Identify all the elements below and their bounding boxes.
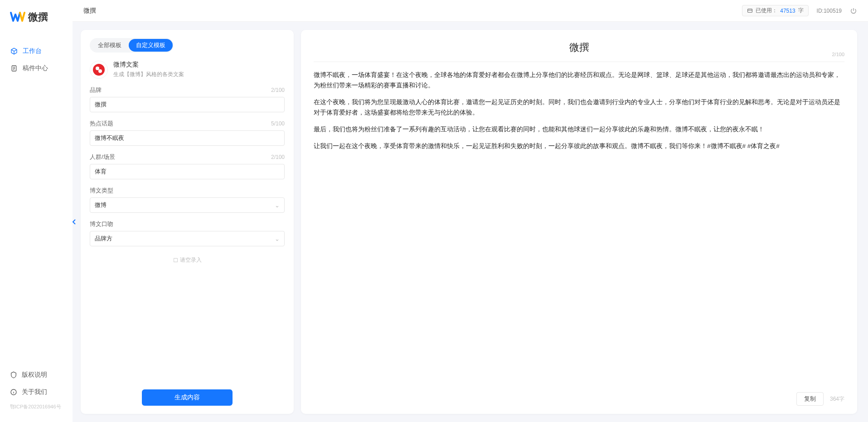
svg-rect-3 — [748, 10, 752, 10]
template-header: 微博文案 生成【微博】风格的各类文案 — [90, 61, 285, 79]
generate-button[interactable]: 生成内容 — [142, 389, 233, 406]
sidebar-item-label: 版权说明 — [22, 371, 47, 379]
field-label: 人群/场景 — [90, 153, 115, 161]
field-label: 品牌 — [90, 86, 102, 94]
output-footer: 复制 364字 — [796, 392, 844, 406]
logo-text: 微撰 — [28, 10, 48, 24]
tab-all-templates[interactable]: 全部模板 — [91, 39, 129, 52]
tone-select[interactable]: 品牌方 ⌄ — [90, 231, 285, 246]
topbar: 微撰 已使用： 47513 字 ID:100519 — [73, 0, 868, 22]
output-paragraph: 在这个夜晚，我们将为您呈现最激动人心的体育比赛，邀请您一起见证历史的时刻。同时，… — [314, 97, 844, 118]
usage-count: 47513 — [780, 8, 795, 14]
output-paragraph: 微博不眠夜，一场体育盛宴！在这个夜晚，全球各地的体育爱好者都会在微博上分享他们的… — [314, 70, 844, 91]
field-label: 热点话题 — [90, 120, 113, 128]
output-header: 微撰 2/100 — [314, 41, 844, 54]
template-subtitle: 生成【微博】风格的各类文案 — [113, 71, 184, 78]
divider — [314, 62, 844, 62]
char-counter: 2/100 — [271, 154, 285, 160]
field-scene: 人群/场景 2/100 — [90, 153, 285, 179]
sidebar-item-label: 关于我们 — [22, 388, 47, 396]
card-icon — [747, 8, 753, 14]
shield-icon — [10, 371, 17, 379]
chevron-down-icon: ⌄ — [275, 202, 280, 209]
sidebar-bottom: 版权说明 关于我们 鄂ICP备2022016946号 — [0, 366, 73, 417]
output-paragraph: 最后，我们也将为粉丝们准备了一系列有趣的互动活动，让您在观看比赛的同时，也能和其… — [314, 125, 844, 135]
template-tabs: 全部模板 自定义模板 — [90, 38, 174, 53]
field-tone: 博文口吻 品牌方 ⌄ — [90, 220, 285, 246]
chevron-down-icon: ⌄ — [275, 235, 280, 242]
cube-icon — [10, 47, 18, 55]
output-paragraph: 让我们一起在这个夜晚，享受体育带来的激情和快乐，一起见证胜利和失败的时刻，一起分… — [314, 141, 844, 152]
weibo-icon — [90, 61, 108, 79]
user-id: ID:100519 — [817, 8, 842, 14]
template-title: 微博文案 — [113, 61, 184, 69]
logo: 微撰 — [0, 5, 73, 34]
empty-hint: ☐ 请空录入 — [90, 254, 285, 266]
power-icon[interactable] — [850, 7, 857, 14]
sidebar-item-about[interactable]: 关于我们 — [0, 384, 73, 401]
output-title: 微撰 — [314, 41, 844, 54]
topbar-right: 已使用： 47513 字 ID:100519 — [742, 5, 857, 16]
sidebar-item-label: 工作台 — [23, 47, 42, 55]
post-type-select[interactable]: 微博 ⌄ — [90, 197, 285, 213]
svg-rect-2 — [748, 9, 752, 13]
copy-button[interactable]: 复制 — [796, 392, 824, 406]
field-post-type: 博文类型 微博 ⌄ — [90, 187, 285, 213]
sidebar-item-label: 稿件中心 — [23, 64, 48, 72]
empty-icon: ☐ — [173, 257, 178, 264]
output-body: 微博不眠夜，一场体育盛宴！在这个夜晚，全球各地的体育爱好者都会在微博上分享他们的… — [314, 70, 844, 158]
page-title: 微撰 — [83, 7, 96, 15]
document-icon — [10, 64, 18, 72]
field-hot-topic: 热点话题 5/100 — [90, 120, 285, 146]
collapse-handle[interactable] — [72, 216, 77, 227]
output-char-count: 364字 — [830, 395, 844, 403]
sidebar-item-drafts[interactable]: 稿件中心 — [0, 60, 73, 77]
sidebar-item-workspace[interactable]: 工作台 — [0, 43, 73, 60]
logo-icon — [9, 9, 25, 25]
icp-text: 鄂ICP备2022016946号 — [0, 401, 73, 413]
output-counter: 2/100 — [832, 52, 844, 57]
brand-input[interactable] — [90, 97, 285, 112]
usage-suffix: 字 — [798, 7, 804, 14]
usage-prefix: 已使用： — [756, 7, 777, 14]
field-label: 博文类型 — [90, 187, 113, 195]
field-label: 博文口吻 — [90, 220, 113, 228]
content: 全部模板 自定义模板 微博文案 生成【微博】风格的各类文案 品牌 2/100 — [73, 22, 868, 422]
select-value: 微博 — [95, 201, 107, 209]
char-counter: 2/100 — [271, 87, 285, 93]
select-value: 品牌方 — [95, 235, 112, 243]
sidebar-item-copyright[interactable]: 版权说明 — [0, 366, 73, 384]
info-icon — [10, 388, 17, 396]
tab-custom-templates[interactable]: 自定义模板 — [129, 39, 173, 52]
char-counter: 5/100 — [271, 120, 285, 127]
nav: 工作台 稿件中心 — [0, 34, 73, 366]
output-panel: 微撰 2/100 微博不眠夜，一场体育盛宴！在这个夜晚，全球各地的体育爱好者都会… — [301, 30, 857, 414]
sidebar: 微撰 工作台 稿件中心 版权说明 — [0, 0, 73, 422]
scene-input[interactable] — [90, 164, 285, 179]
main-area: 微撰 已使用： 47513 字 ID:100519 — [73, 0, 868, 422]
hot-topic-input[interactable] — [90, 130, 285, 146]
form-panel: 全部模板 自定义模板 微博文案 生成【微博】风格的各类文案 品牌 2/100 — [81, 30, 294, 414]
usage-badge[interactable]: 已使用： 47513 字 — [742, 5, 808, 16]
field-brand: 品牌 2/100 — [90, 86, 285, 112]
